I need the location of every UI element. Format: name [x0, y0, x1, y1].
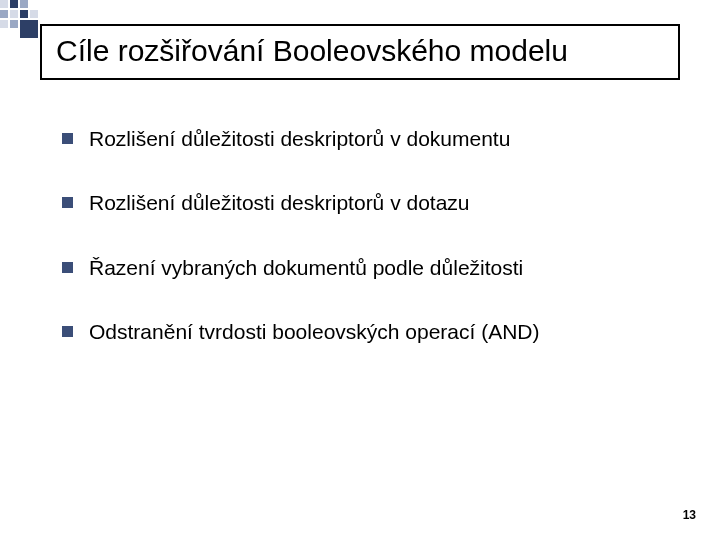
slide-title: Cíle rozšiřování Booleovského modelu	[56, 34, 664, 68]
svg-rect-4	[10, 10, 18, 18]
bullet-list: Rozlišení důležitosti deskriptorů v doku…	[62, 126, 662, 383]
list-item: Odstranění tvrdosti booleovských operací…	[62, 319, 662, 345]
svg-rect-5	[20, 10, 28, 18]
svg-rect-9	[10, 20, 18, 28]
page-number: 13	[683, 508, 696, 522]
list-item: Řazení vybraných dokumentů podle důležit…	[62, 255, 662, 281]
bullet-square-icon	[62, 133, 73, 144]
slide: Cíle rozšiřování Booleovského modelu Roz…	[0, 0, 720, 540]
svg-rect-6	[30, 10, 38, 18]
bullet-square-icon	[62, 197, 73, 208]
svg-rect-0	[0, 0, 8, 8]
svg-rect-8	[0, 20, 8, 28]
list-item: Rozlišení důležitosti deskriptorů v doku…	[62, 126, 662, 152]
svg-rect-2	[20, 0, 28, 8]
bullet-square-icon	[62, 262, 73, 273]
bullet-text: Řazení vybraných dokumentů podle důležit…	[89, 255, 523, 281]
bullet-square-icon	[62, 326, 73, 337]
svg-rect-7	[20, 20, 38, 38]
list-item: Rozlišení důležitosti deskriptorů v dota…	[62, 190, 662, 216]
svg-rect-3	[0, 10, 8, 18]
bullet-text: Rozlišení důležitosti deskriptorů v doku…	[89, 126, 510, 152]
title-box: Cíle rozšiřování Booleovského modelu	[40, 24, 680, 80]
bullet-text: Odstranění tvrdosti booleovských operací…	[89, 319, 540, 345]
bullet-text: Rozlišení důležitosti deskriptorů v dota…	[89, 190, 470, 216]
svg-rect-1	[10, 0, 18, 8]
